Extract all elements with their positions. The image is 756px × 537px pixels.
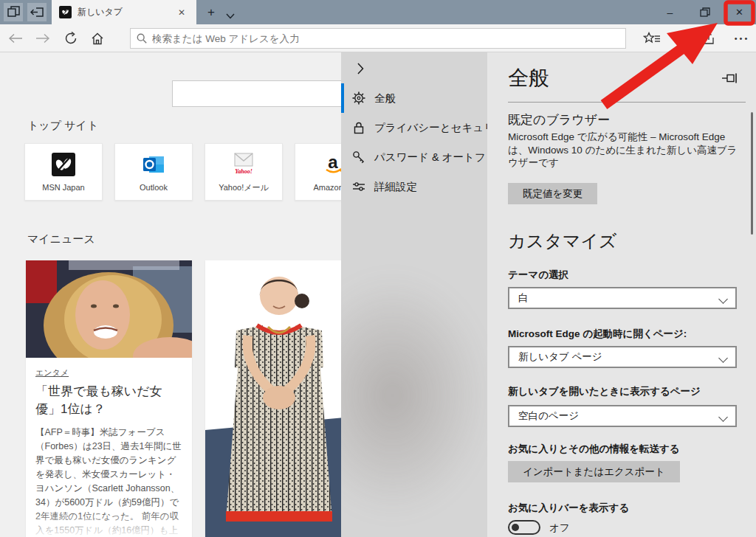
home-button[interactable]: [89, 30, 106, 46]
favorites-bar-toggle[interactable]: [508, 520, 540, 535]
pin-panel-button[interactable]: [722, 73, 737, 83]
lock-icon: [352, 121, 365, 134]
divider: [508, 102, 746, 103]
collapse-panel-button[interactable]: [353, 61, 368, 76]
window-minimize-button[interactable]: –: [653, 0, 687, 24]
chevron-right-icon: [357, 63, 364, 75]
sliders-icon: [352, 180, 365, 193]
chevron-down-icon: [718, 412, 728, 422]
favorites-bar-state: オフ: [549, 522, 570, 535]
tile-label: Outlook: [140, 183, 168, 192]
default-browser-heading: 既定のブラウザー: [508, 111, 610, 128]
theme-label: テーマの選択: [508, 268, 568, 282]
import-export-button[interactable]: インポートまたはエクスポート: [508, 461, 680, 482]
top-site-tile-outlook[interactable]: Outlook: [114, 143, 193, 201]
page-search-input[interactable]: [173, 81, 348, 106]
msn-butterfly-favicon: [59, 6, 72, 18]
share-icon: [701, 32, 718, 45]
refresh-icon: [64, 32, 78, 45]
nav-item-label: 全般: [374, 91, 396, 105]
pin-icon: [722, 73, 737, 83]
chevron-down-icon: [718, 353, 728, 363]
back-arrow-icon: [8, 33, 23, 44]
outlook-logo-icon: [141, 152, 166, 177]
startup-select[interactable]: 新しいタブ ページ: [508, 346, 737, 368]
settings-nav-panel: 全般 プライバシーとセキュリティ パスワード & オートフィル 詳細設定: [341, 52, 487, 537]
refresh-button[interactable]: [62, 30, 80, 46]
nav-item-label: 詳細設定: [374, 180, 417, 194]
svg-text:Yahoo!: Yahoo!: [235, 168, 252, 175]
key-icon: [352, 150, 365, 164]
hub-button[interactable]: [642, 30, 662, 46]
news-card-actress-dress[interactable]: [205, 260, 353, 537]
news-photo-actress-premiere: [26, 260, 192, 358]
acrylic-blur-artifact: [341, 274, 487, 517]
svg-text:a: a: [328, 153, 338, 172]
chevron-down-icon: [718, 294, 728, 304]
yahoo-mail-logo-icon: Yahoo!: [231, 151, 256, 176]
tab-close-button[interactable]: ✕: [174, 6, 189, 19]
more-dots-icon: •••: [735, 34, 750, 43]
my-news-heading: マイニュース: [27, 232, 95, 246]
tab-list-chevron-icon[interactable]: [226, 9, 235, 15]
set-tabs-aside-button[interactable]: [27, 3, 47, 21]
page-search-box[interactable]: [172, 80, 349, 107]
new-tab-button[interactable]: +: [201, 3, 221, 21]
newtab-selected-value: 空白のページ: [518, 409, 579, 423]
top-site-tile-yahoo-mail[interactable]: Yahoo! Yahoo!メール: [205, 143, 283, 201]
tabs-set-aside-list-button[interactable]: [4, 3, 23, 21]
set-aside-arrow-icon: [30, 7, 44, 18]
settings-nav-passwords[interactable]: パスワード & オートフィル: [341, 142, 487, 172]
new-tab-page: トップ サイト MSN Japan Outlook Yahoo! Yahoo!メ…: [0, 52, 756, 537]
settings-nav-advanced[interactable]: 詳細設定: [341, 172, 487, 201]
news-headline[interactable]: 「世界で最も稼いだ女優」1位は？: [35, 383, 182, 418]
tile-label: MSN Japan: [42, 183, 84, 192]
window-restore-button[interactable]: [688, 0, 721, 24]
edge-browser-window: 新しいタブ ✕ + – ✕: [0, 0, 756, 537]
forward-arrow-icon: [35, 33, 50, 44]
search-icon: [137, 33, 147, 44]
top-sites-heading: トップ サイト: [27, 119, 98, 133]
news-card-body: エンタメ 「世界で最も稼いだ女優」1位は？ 【AFP＝時事】米誌フォーブス（Fo…: [26, 358, 192, 537]
theme-selected-value: 白: [518, 291, 529, 305]
settings-nav-general[interactable]: 全般: [341, 83, 487, 113]
active-tab[interactable]: 新しいタブ ✕: [52, 0, 196, 24]
web-note-button[interactable]: [672, 30, 691, 46]
change-default-button[interactable]: 既定値を変更: [508, 183, 597, 204]
theme-select[interactable]: 白: [508, 287, 737, 309]
newtab-page-label: 新しいタブを開いたときに表示するページ: [508, 385, 701, 398]
default-browser-description: Microsoft Edge で広がる可能性 – Microsoft Edge …: [508, 131, 744, 170]
startup-selected-value: 新しいタブ ページ: [518, 350, 602, 364]
tile-label: Yahoo!メール: [219, 182, 269, 193]
customize-heading: カスタマイズ: [508, 229, 616, 253]
hub-star-icon: [643, 32, 661, 45]
nav-item-label: パスワード & オートフィル: [374, 150, 487, 164]
settings-general-panel: 全般 既定のブラウザー Microsoft Edge で広がる可能性 – Mic…: [487, 52, 756, 537]
more-menu-button[interactable]: •••: [732, 30, 752, 46]
tab-title: 新しいタブ: [78, 6, 174, 18]
news-card-scarlett[interactable]: エンタメ 「世界で最も稼いだ女優」1位は？ 【AFP＝時事】米誌フォーブス（Fo…: [26, 260, 192, 537]
address-bar[interactable]: [130, 28, 626, 49]
gear-icon: [352, 91, 365, 105]
panel-scrollbar[interactable]: [751, 112, 753, 235]
forward-button[interactable]: [34, 30, 52, 46]
tab-strip: 新しいタブ ✕ + – ✕: [0, 0, 756, 24]
pen-icon: [674, 32, 689, 45]
share-button[interactable]: [700, 30, 719, 46]
news-body-text: 【AFP＝時事】米誌フォーブス（Forbes）は23日、過去1年間に世界で最も稼…: [35, 426, 182, 537]
restore-icon: [700, 7, 710, 17]
address-input[interactable]: [152, 33, 619, 44]
news-category-link[interactable]: エンタメ: [35, 368, 69, 377]
startup-label: Microsoft Edge の起動時に開くページ:: [508, 328, 687, 341]
toggle-knob: [512, 524, 519, 531]
newtab-page-select[interactable]: 空白のページ: [508, 405, 737, 427]
navigation-toolbar: •••: [0, 24, 756, 52]
home-icon: [91, 32, 104, 45]
back-button[interactable]: [7, 30, 24, 46]
settings-nav-privacy[interactable]: プライバシーとセキュリティ: [341, 113, 487, 142]
tabs-preview-icon: [7, 6, 20, 18]
top-site-tile-msn[interactable]: MSN Japan: [24, 143, 103, 201]
news-photo-woman-dress: [205, 260, 353, 537]
panel-title: 全般: [508, 64, 549, 92]
window-close-button[interactable]: ✕: [723, 0, 756, 24]
